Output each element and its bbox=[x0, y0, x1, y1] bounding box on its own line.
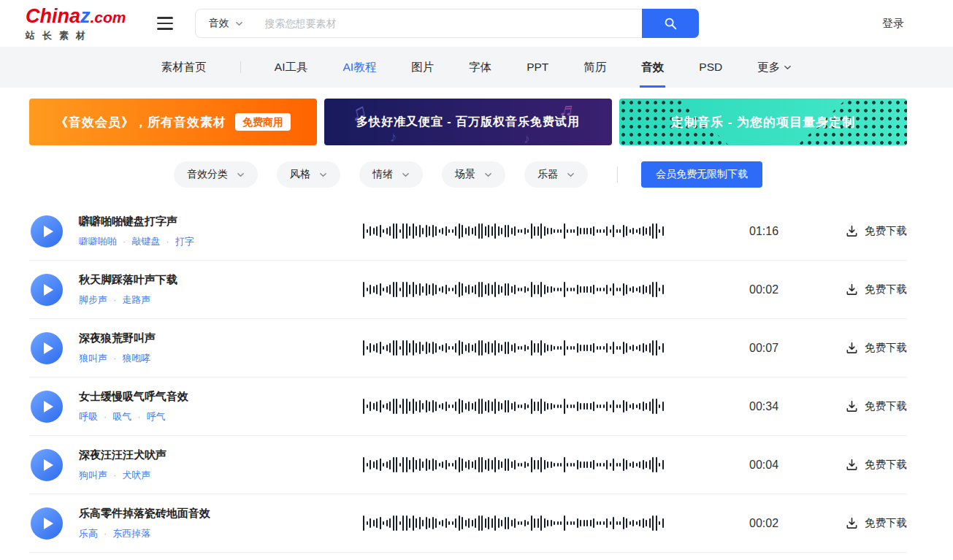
tag-link[interactable]: 狼叫声 bbox=[79, 352, 107, 365]
download-button[interactable]: 免费下载 bbox=[845, 341, 907, 355]
sound-row: 深夜汪汪汪犬吠声 狗叫声·犬吠声 00:04 免费下载 bbox=[29, 436, 907, 494]
filter-label: 风格 bbox=[290, 168, 310, 181]
sound-info: 乐高零件掉落瓷砖地面音效 乐高·东西掉落 bbox=[79, 507, 320, 540]
sound-title[interactable]: 女士缓慢吸气呼气音效 bbox=[79, 390, 320, 404]
play-button[interactable] bbox=[31, 332, 63, 364]
waveform[interactable] bbox=[363, 281, 666, 299]
duration-label: 00:34 bbox=[749, 400, 790, 413]
sound-tags: 狗叫声·犬吠声 bbox=[79, 469, 320, 482]
filter-dropdown-4[interactable]: 乐器 bbox=[524, 161, 588, 188]
tag-link[interactable]: 噼噼啪啪 bbox=[79, 235, 117, 248]
nav-item-5[interactable]: PPT bbox=[525, 47, 550, 88]
download-label: 免费下载 bbox=[865, 283, 907, 296]
download-button[interactable]: 免费下载 bbox=[845, 283, 907, 296]
tag-link[interactable]: 犬吠声 bbox=[122, 469, 150, 482]
play-button[interactable] bbox=[31, 215, 63, 248]
search-button[interactable] bbox=[642, 9, 699, 38]
download-label: 免费下载 bbox=[865, 341, 907, 355]
filter-divider bbox=[617, 166, 618, 183]
nav-item-3[interactable]: 图片 bbox=[410, 47, 435, 88]
download-icon bbox=[845, 458, 859, 472]
filter-dropdown-3[interactable]: 场景 bbox=[442, 161, 505, 188]
nav-item-7[interactable]: 音效 bbox=[640, 47, 665, 88]
filter-dropdown-0[interactable]: 音效分类 bbox=[174, 161, 258, 188]
menu-icon[interactable] bbox=[157, 17, 173, 30]
site-logo[interactable]: Chinaz.com 站长素材 bbox=[26, 7, 126, 40]
nav-item-4[interactable]: 字体 bbox=[467, 47, 493, 88]
filter-bar: 音效分类风格情绪场景乐器 会员免费无限制下载 bbox=[29, 161, 907, 188]
play-button[interactable] bbox=[31, 449, 63, 481]
tag-link[interactable]: 呼气 bbox=[147, 410, 166, 423]
search-icon bbox=[662, 15, 678, 31]
play-button[interactable] bbox=[31, 274, 63, 306]
sound-row: 女士缓慢吸气呼气音效 呼吸·吸气·呼气 00:34 免费下载 bbox=[29, 377, 907, 436]
tag-separator: · bbox=[137, 411, 140, 422]
tag-separator: · bbox=[113, 353, 116, 364]
nav-item-2[interactable]: AI教程 bbox=[341, 47, 378, 88]
tag-separator: · bbox=[123, 236, 126, 247]
play-button[interactable] bbox=[31, 507, 63, 540]
banner-text: 定制音乐 - 为您的项目量身定制 bbox=[671, 114, 855, 131]
chevron-down-icon bbox=[784, 64, 792, 72]
sound-title[interactable]: 乐高零件掉落瓷砖地面音效 bbox=[79, 507, 320, 521]
download-icon bbox=[845, 399, 859, 413]
download-icon bbox=[845, 224, 859, 238]
free-commercial-badge: 免费商用 bbox=[235, 113, 291, 131]
sound-title[interactable]: 噼噼啪啪键盘打字声 bbox=[79, 215, 320, 229]
download-label: 免费下载 bbox=[865, 399, 907, 413]
download-icon bbox=[845, 516, 859, 530]
tag-link[interactable]: 走路声 bbox=[122, 294, 150, 307]
waveform[interactable] bbox=[363, 456, 666, 474]
filter-dropdown-1[interactable]: 风格 bbox=[277, 161, 340, 188]
nav-item-9[interactable]: 更多 bbox=[756, 47, 793, 88]
banner-music-trial[interactable]: ♫ ♪ ♬ ♪ 多快好准又便宜 - 百万版权音乐免费试用 bbox=[324, 99, 612, 145]
sound-row: 深夜狼荒野叫声 狼叫声·狼咆哮 00:07 免费下载 bbox=[29, 319, 907, 377]
download-button[interactable]: 免费下载 bbox=[845, 516, 907, 530]
vip-download-button[interactable]: 会员免费无限制下载 bbox=[641, 161, 762, 188]
tag-link[interactable]: 敲键盘 bbox=[131, 235, 160, 248]
sound-title[interactable]: 秋天脚踩落叶声下载 bbox=[79, 273, 320, 287]
sound-tags: 乐高·东西掉落 bbox=[79, 527, 320, 540]
sound-title[interactable]: 深夜汪汪汪犬吠声 bbox=[79, 448, 320, 462]
tag-link[interactable]: 呼吸 bbox=[79, 410, 98, 423]
tag-link[interactable]: 脚步声 bbox=[79, 294, 107, 307]
sound-row: 噼噼啪啪键盘打字声 噼噼啪啪·敲键盘·打字 01:16 免费下载 bbox=[29, 202, 907, 261]
tag-link[interactable]: 狗叫声 bbox=[79, 469, 107, 482]
sound-row: 乐高零件掉落瓷砖地面音效 乐高·东西掉落 00:02 免费下载 bbox=[29, 494, 907, 553]
login-link[interactable]: 登录 bbox=[882, 17, 904, 31]
waveform[interactable] bbox=[363, 398, 666, 415]
filter-label: 乐器 bbox=[537, 168, 558, 181]
download-label: 免费下载 bbox=[865, 458, 907, 472]
sound-title[interactable]: 深夜狼荒野叫声 bbox=[79, 331, 320, 345]
play-button[interactable] bbox=[31, 391, 63, 423]
nav-item-label: 简历 bbox=[583, 60, 606, 75]
nav-item-1[interactable]: AI工具 bbox=[273, 47, 310, 88]
banner-custom-music[interactable]: 定制音乐 - 为您的项目量身定制 bbox=[619, 99, 907, 145]
nav-item-6[interactable]: 简历 bbox=[582, 47, 608, 88]
nav-item-label: 字体 bbox=[469, 60, 491, 75]
play-icon bbox=[44, 518, 53, 529]
tag-link[interactable]: 打字 bbox=[175, 235, 194, 248]
waveform[interactable] bbox=[363, 223, 666, 240]
nav-item-8[interactable]: PSD bbox=[697, 47, 724, 88]
search-input[interactable] bbox=[255, 9, 642, 37]
tag-link[interactable]: 狼咆哮 bbox=[122, 352, 150, 365]
chevron-down-icon bbox=[402, 171, 410, 179]
tag-separator: · bbox=[113, 469, 116, 480]
search-category-dropdown[interactable]: 音效 bbox=[196, 17, 255, 30]
waveform[interactable] bbox=[363, 340, 666, 357]
tag-link[interactable]: 吸气 bbox=[112, 410, 131, 423]
download-icon bbox=[845, 283, 859, 296]
promo-banners: 《音效会员》，所有音效素材 免费商用 ♫ ♪ ♬ ♪ 多快好准又便宜 - 百万版… bbox=[29, 99, 907, 145]
waveform[interactable] bbox=[363, 515, 666, 532]
download-button[interactable]: 免费下载 bbox=[845, 224, 907, 238]
tag-link[interactable]: 乐高 bbox=[79, 527, 98, 540]
sound-tags: 脚步声·走路声 bbox=[79, 294, 320, 307]
download-button[interactable]: 免费下载 bbox=[845, 399, 907, 413]
tag-link[interactable]: 东西掉落 bbox=[112, 527, 150, 540]
nav-item-label: AI工具 bbox=[275, 60, 308, 75]
download-button[interactable]: 免费下载 bbox=[845, 458, 907, 472]
filter-dropdown-2[interactable]: 情绪 bbox=[359, 161, 423, 188]
nav-item-0[interactable]: 素材首页 bbox=[160, 47, 208, 88]
banner-sound-vip[interactable]: 《音效会员》，所有音效素材 免费商用 bbox=[29, 99, 317, 145]
